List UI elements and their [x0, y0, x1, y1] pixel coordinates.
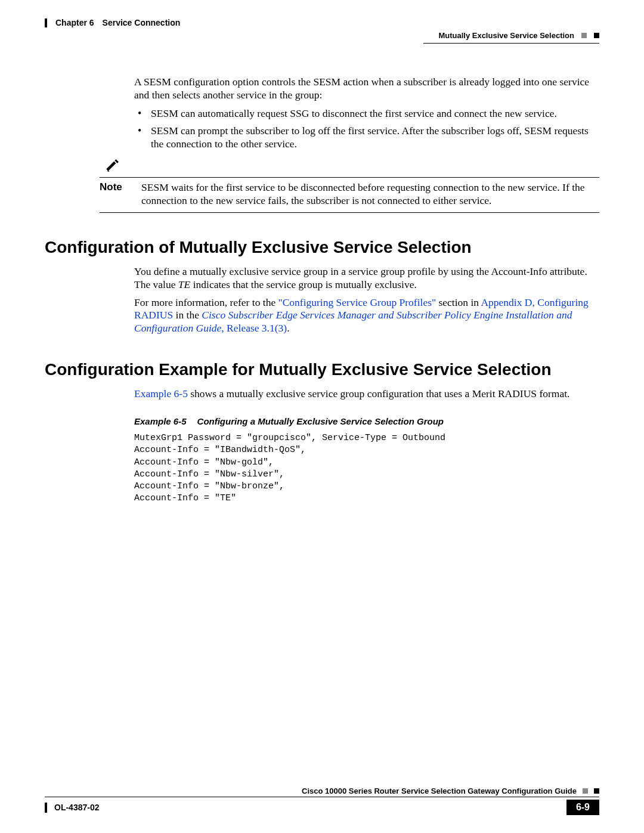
square-icon [581, 33, 587, 38]
header-rule [423, 43, 599, 44]
section2-body: Example 6-5 shows a mutually exclusive s… [134, 388, 599, 401]
page-header: Chapter 6 Service Connection Mutually Ex… [45, 18, 599, 43]
chapter-title: Service Connection [103, 18, 181, 27]
note-block: Note SESM waits for the first service to… [100, 158, 599, 213]
footer-bar-icon [45, 803, 47, 813]
section2-p1: Example 6-5 shows a mutually exclusive s… [134, 388, 599, 401]
page-footer: Cisco 10000 Series Router Service Select… [45, 786, 599, 815]
example-title: Configuring a Mutually Exclusive Service… [197, 416, 444, 426]
footer-book-title: Cisco 10000 Series Router Service Select… [302, 786, 577, 795]
header-left: Chapter 6 Service Connection [45, 18, 180, 27]
header-bar-icon [45, 18, 47, 27]
square-icon [594, 33, 599, 38]
link-configuring-service-group-profiles[interactable]: "Configuring Service Group Profiles" [278, 296, 436, 308]
intro-block: A SESM configuration option controls the… [134, 76, 599, 151]
code-block: MutexGrp1 Password = "groupcisco", Servi… [134, 432, 599, 505]
link-example-6-5[interactable]: Example 6-5 [134, 388, 188, 400]
header-section-title: Mutually Exclusive Service Selection [438, 31, 574, 40]
footer-left: OL-4387-02 [45, 803, 99, 813]
chapter-label: Chapter 6 [55, 18, 94, 27]
square-icon [583, 788, 588, 794]
pencil-icon [104, 158, 120, 174]
section-heading-example: Configuration Example for Mutually Exclu… [45, 360, 599, 379]
section-heading-config: Configuration of Mutually Exclusive Serv… [45, 238, 599, 257]
note-text: SESM waits for the first service to be d… [141, 181, 599, 208]
header-right: Mutually Exclusive Service Selection [438, 31, 599, 40]
section1-p2: For more information, refer to the "Conf… [134, 296, 599, 336]
example-number: Example 6-5 [134, 416, 187, 426]
page-number: 6-9 [566, 800, 599, 815]
section1-p1: You define a mutually exclusive service … [134, 265, 599, 292]
note-label: Note [100, 181, 129, 208]
intro-paragraph: A SESM configuration option controls the… [134, 76, 599, 102]
italic-term: TE [178, 278, 190, 290]
square-icon [594, 788, 599, 794]
footer-doc-id: OL-4387-02 [54, 803, 99, 812]
section1-body: You define a mutually exclusive service … [134, 265, 599, 335]
bullet-item: SESM can automatically request SSG to di… [134, 107, 599, 120]
example-caption: Example 6-5Configuring a Mutually Exclus… [134, 416, 599, 426]
bullet-item: SESM can prompt the subscriber to log of… [134, 124, 599, 151]
